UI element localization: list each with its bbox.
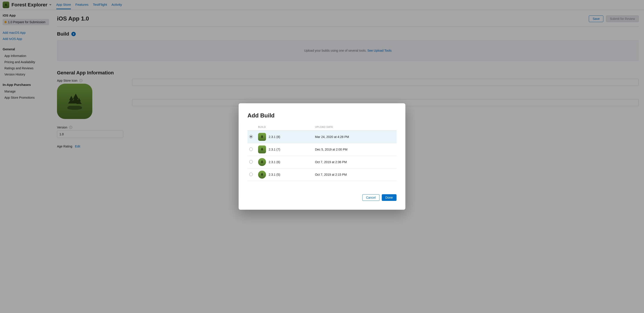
build-row[interactable]: 2.3.1 (6)Oct 7, 2019 at 2:36 PM xyxy=(248,156,397,168)
build-upload-date: Dec 5, 2019 at 2:00 PM xyxy=(313,143,396,156)
build-upload-date: Oct 7, 2019 at 2:36 PM xyxy=(313,156,396,168)
modal-title: Add Build xyxy=(248,112,397,119)
build-upload-date: Mar 24, 2020 at 4:28 PM xyxy=(313,131,396,143)
build-app-icon xyxy=(258,133,266,141)
build-version: 2.3.1 (5) xyxy=(269,173,280,176)
add-build-modal: Add Build BUILD UPLOAD DATE 2.3.1 (8)Mar… xyxy=(239,103,406,210)
build-app-icon xyxy=(258,145,266,153)
radio-button[interactable] xyxy=(249,160,253,164)
build-table: BUILD UPLOAD DATE 2.3.1 (8)Mar 24, 2020 … xyxy=(248,123,397,181)
build-version: 2.3.1 (7) xyxy=(269,148,280,151)
build-row[interactable]: 2.3.1 (5)Oct 7, 2019 at 2:15 PM xyxy=(248,168,397,181)
cancel-button[interactable]: Cancel xyxy=(362,194,380,201)
build-row[interactable]: 2.3.1 (7)Dec 5, 2019 at 2:00 PM xyxy=(248,143,397,156)
col-upload-date: UPLOAD DATE xyxy=(313,123,396,131)
col-build: BUILD xyxy=(256,123,314,131)
build-app-icon xyxy=(258,158,266,166)
build-upload-date: Oct 7, 2019 at 2:15 PM xyxy=(313,168,396,181)
radio-button[interactable] xyxy=(249,173,253,176)
radio-button[interactable] xyxy=(249,135,253,138)
build-row[interactable]: 2.3.1 (8)Mar 24, 2020 at 4:28 PM xyxy=(248,131,397,143)
done-button[interactable]: Done xyxy=(382,194,396,201)
build-version: 2.3.1 (6) xyxy=(269,160,280,164)
radio-button[interactable] xyxy=(249,147,253,151)
build-app-icon xyxy=(258,171,266,179)
build-version: 2.3.1 (8) xyxy=(269,135,280,139)
